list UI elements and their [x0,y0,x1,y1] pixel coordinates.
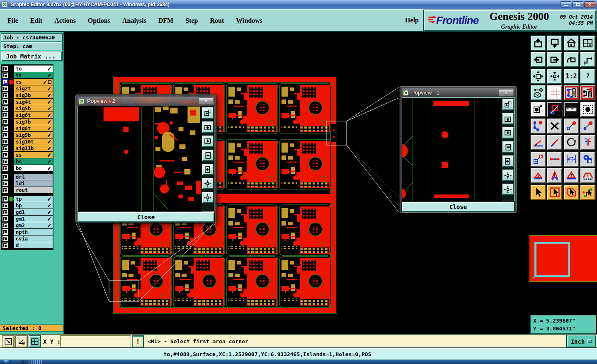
menu-item[interactable]: Options [88,17,110,24]
layer-name[interactable]: bs [14,158,53,165]
windows-taskbar[interactable] [0,360,597,364]
swap-symbol-button[interactable] [580,119,595,133]
job-matrix-button[interactable]: Job Matrix ... [1,51,62,61]
layer-name[interactable]: cs [14,79,53,85]
view-down-button[interactable] [202,136,214,147]
layer-checkbox[interactable] [2,146,8,151]
layer-name[interactable]: sig9b [14,132,53,138]
layer-row[interactable]: sig10t [1,138,53,145]
layer-checkbox[interactable] [2,229,8,235]
layer-row[interactable]: sig8t [1,125,53,131]
measure-mode-button[interactable] [2,336,14,347]
taskbar-button[interactable] [21,360,22,364]
layer-name[interactable]: sig10t [14,138,53,145]
home-view-button[interactable] [564,36,579,51]
popview-1-titlebar[interactable]: Popview - 1 x [402,88,514,97]
layer-checkbox[interactable] [2,119,8,124]
layer-row[interactable]: drl [1,174,53,180]
previous-view-button[interactable] [564,52,579,67]
layer-row[interactable]: sig11b [1,145,53,151]
grid-snap-button[interactable] [29,336,41,347]
view-locator-box[interactable]: ✕ [534,242,570,277]
menu-item[interactable]: Actions [54,17,76,24]
measure-ruler-button[interactable] [564,102,579,117]
pcb-canvas[interactable]: Popview - 2 x [64,32,529,334]
layer-name[interactable]: sig2t [14,85,53,92]
menu-item-help[interactable]: Help [405,17,419,24]
layer-name[interactable]: sig5b [14,105,53,112]
polygon-select-button[interactable] [564,185,579,200]
layer-checkbox[interactable] [2,126,8,131]
layer-row[interactable]: gd1 [1,209,53,215]
layer-name[interactable]: bo [14,165,53,171]
close-button[interactable]: ✕ [584,1,595,7]
popview-1-close-button[interactable]: Close [402,202,514,212]
menu-item[interactable]: Rout [210,17,224,24]
netlist-cross-button[interactable] [580,85,595,100]
menu-item[interactable]: Step [185,17,198,24]
layer-row[interactable]: bo [1,165,53,171]
help-button[interactable]: ? [580,69,595,84]
merge-shapes-button[interactable] [580,152,595,167]
window-titlebar[interactable]: Graphic Editor 9.07b2 (00@HY-HYCAM-PC041… [0,0,597,9]
layer-checkbox[interactable] [2,236,8,241]
layer-row[interactable]: sig4t [1,99,53,105]
shrink-view-button[interactable] [502,170,514,181]
menu-item[interactable]: Edit [30,17,42,24]
layer-checkbox[interactable] [2,139,8,144]
fit-view-button[interactable] [531,69,546,84]
pan-right-button[interactable] [547,52,562,67]
layer-name[interactable]: gm2 [14,222,53,228]
layer-name[interactable]: ldi [14,180,53,187]
layer-row[interactable]: npth [1,229,53,235]
arrow-base-button[interactable] [564,168,579,183]
copy-symbol-button[interactable] [547,102,562,117]
layer-row[interactable]: tp [1,196,53,202]
net-chain-button[interactable] [531,119,546,133]
layer-row[interactable]: sig9b [1,132,53,138]
menu-item[interactable]: Analysis [122,17,146,24]
net-select-button[interactable] [580,185,595,200]
grid-toggle-button[interactable] [547,85,562,100]
layer-name[interactable]: d [14,242,53,248]
menu-item[interactable]: DFM [158,17,173,24]
layer-row[interactable]: gm1 [1,216,53,222]
layer-checkbox[interactable] [2,92,8,98]
layer-name[interactable]: gm1 [14,216,53,222]
setup-tools-button[interactable] [531,85,546,100]
popview-2-content[interactable] [78,106,201,212]
view-right-button[interactable] [502,155,514,167]
taskbar-button[interactable] [37,360,38,364]
layer-checkbox[interactable] [2,132,8,138]
layer-checkbox[interactable] [2,66,8,71]
layer-row[interactable]: d [1,242,53,248]
measure-line-button[interactable] [547,135,562,150]
delete-button[interactable] [547,119,562,133]
layer-checkbox[interactable] [2,159,8,164]
arrow-fill-button[interactable] [531,168,546,183]
layer-name[interactable]: rout [14,187,53,193]
layer-row[interactable]: sig3b [1,92,53,98]
layer-name[interactable]: sig3b [14,92,53,98]
layer-checkbox[interactable] [2,73,8,78]
taskbar-button[interactable] [31,360,32,364]
layer-checkbox[interactable] [2,187,8,193]
copy-to-layer-button[interactable] [531,152,546,167]
popout-view-button[interactable] [202,107,214,119]
taskbar-button[interactable] [33,360,34,364]
popview-1-window[interactable]: Popview - 1 x Close [399,86,517,213]
layer-row[interactable]: ss [1,152,53,158]
layer-checkbox[interactable] [2,203,8,208]
taskbar-button[interactable] [25,360,26,364]
zoom-in-button[interactable] [531,36,546,51]
layer-name[interactable]: ts [14,72,53,78]
zoom-out-button[interactable] [547,36,562,51]
view-right-button[interactable] [202,164,214,175]
move-symbol-button[interactable] [531,102,546,117]
select-symbol-button[interactable] [580,102,595,117]
layer-checkbox[interactable] [2,86,8,91]
layer-checkbox[interactable] [2,209,8,215]
popview-2-close-x[interactable]: x [199,97,214,104]
angle-mode-button[interactable] [16,336,27,347]
layer-name[interactable]: sig8t [14,125,53,131]
